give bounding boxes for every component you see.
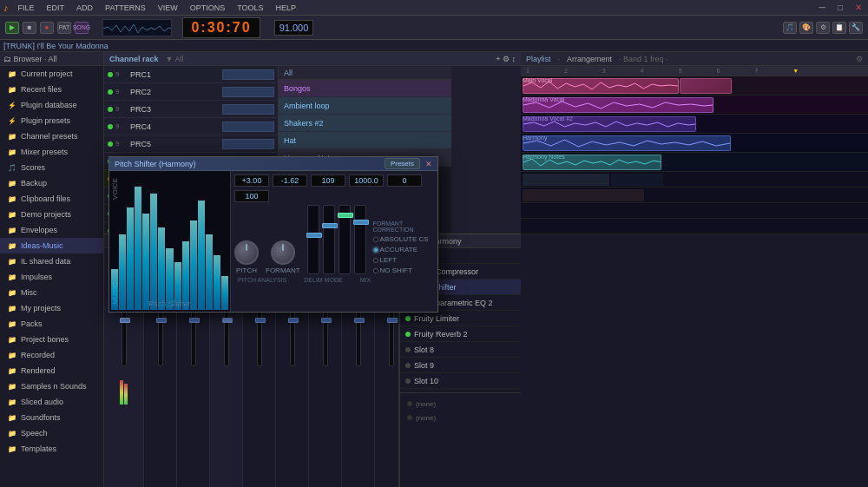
main-vocal-fader[interactable] — [189, 318, 200, 323]
ambient-fader[interactable] — [354, 318, 365, 323]
left-option[interactable]: LEFT — [373, 256, 434, 264]
formant-knob[interactable] — [271, 240, 295, 265]
sidebar-item-current-project[interactable]: 📁 Current project — [0, 66, 103, 82]
pitch-slider[interactable] — [307, 205, 319, 274]
instrument-hat[interactable]: Hat — [279, 132, 451, 149]
rack-add-btn[interactable]: + ⚙ ↕ — [496, 55, 516, 63]
bounce-fader[interactable] — [387, 318, 398, 323]
fx-slot-10[interactable]: Slot 10 — [400, 373, 521, 389]
track-fader[interactable] — [321, 318, 332, 323]
channel-row-prc3[interactable]: 9 PRC3 — [104, 101, 278, 118]
tool-icon-5[interactable]: 🔧 — [849, 22, 863, 34]
playlist-track-extra1[interactable] — [521, 172, 868, 188]
sidebar-item-packs[interactable]: 📁 Packs — [0, 316, 103, 332]
mix-slider[interactable] — [354, 205, 366, 274]
sidebar-item-mixer-presets[interactable]: 📁 Mixer presets — [0, 144, 103, 160]
sidebar-item-rendered[interactable]: 📁 Rendered — [0, 363, 103, 378]
sidebar-item-backup[interactable]: 📁 Backup — [0, 175, 103, 191]
channel-row-bongos[interactable]: 9 PRC1 — [104, 66, 278, 83]
tool-icon-2[interactable]: 🎨 — [799, 22, 813, 34]
window-maximize[interactable]: □ — [835, 3, 845, 12]
playlist-track-madonna-vocal2[interactable]: Madonna Vocal #2 — [521, 115, 868, 134]
sidebar-item-templates[interactable]: 📁 Templates — [0, 441, 103, 457]
delim-slider-handle[interactable] — [322, 223, 338, 228]
sidebar-item-plugin-database[interactable]: ⚡ Plugin database — [0, 97, 103, 113]
sidebar-item-project-bones[interactable]: 📁 Project bones — [0, 332, 103, 347]
vocal-reverb-fader[interactable] — [288, 318, 299, 323]
window-minimize[interactable]: ─ — [817, 3, 828, 12]
menu-patterns[interactable]: PATTERNS — [102, 3, 148, 12]
playlist-track-extra4[interactable] — [521, 219, 868, 234]
playlist-track-extra2[interactable] — [521, 188, 868, 203]
instrument-ambient[interactable]: Ambient loop — [279, 97, 451, 115]
clip-harmony[interactable] — [523, 135, 731, 151]
song-button[interactable]: SONG — [75, 22, 89, 34]
stop-button[interactable]: ■ — [23, 22, 36, 34]
tool-icon-1[interactable]: 🎵 — [783, 22, 797, 34]
plugin-close[interactable]: ✕ — [425, 160, 432, 168]
sidebar-item-clipboard[interactable]: 📁 Clipboard files — [0, 191, 103, 207]
playlist-track-extra3[interactable] — [521, 203, 868, 219]
menu-file[interactable]: FILE — [16, 3, 37, 12]
playlist-track-harmony-notes[interactable]: Harmony Notes — [521, 153, 868, 172]
presets-button[interactable]: Presets — [385, 158, 420, 169]
menu-options[interactable]: OPTIONS — [187, 3, 228, 12]
mix-slider-handle[interactable] — [353, 220, 369, 225]
playlist-track-madonna-vocal[interactable]: Madonna Vocal — [521, 95, 868, 115]
sidebar-item-plugin-presets[interactable]: ⚡ Plugin presets — [0, 113, 103, 128]
bpm-display[interactable]: 91.000 — [274, 20, 313, 36]
pitch-value-display[interactable]: +3.00 — [234, 174, 269, 187]
sidebar-item-recorded[interactable]: 📁 Recorded — [0, 347, 103, 363]
fx-slot-reverb2[interactable]: Fruity Reverb 2 — [400, 326, 521, 342]
instrument-shakers[interactable]: Shakers #2 — [279, 115, 451, 132]
master-fader[interactable] — [120, 318, 130, 323]
sidebar-item-il-shared[interactable]: 📁 IL shared data — [0, 253, 103, 269]
sidebar-item-recent-files[interactable]: 📁 Recent files — [0, 82, 103, 97]
sidebar-item-channel-presets[interactable]: 📁 Channel presets — [0, 128, 103, 144]
sidebar-item-speech[interactable]: 📁 Speech — [0, 425, 103, 441]
menu-tools[interactable]: TOOLS — [234, 3, 266, 12]
sidebar-item-sliced[interactable]: 📁 Sliced audio — [0, 394, 103, 410]
sidebar-item-impulses[interactable]: 📁 Impulses — [0, 269, 103, 285]
knob3-value-display[interactable]: 0 — [387, 174, 422, 187]
window-close[interactable]: ✕ — [852, 3, 865, 12]
channel-row-prc2[interactable]: 9 PRC2 — [104, 83, 278, 101]
menu-edit[interactable]: EDIT — [44, 3, 68, 12]
record-button[interactable]: ● — [40, 22, 54, 34]
sidebar-item-demo[interactable]: 📁 Demo projects — [0, 207, 103, 222]
playlist-track-harmony[interactable]: Harmony — [521, 134, 868, 153]
tool-icon-3[interactable]: ⚙ — [816, 22, 830, 34]
knob1-value-display[interactable]: 109 — [311, 174, 345, 187]
delim-slider[interactable] — [323, 205, 335, 274]
menu-help[interactable]: HELP — [273, 3, 299, 12]
channel-row-prc4[interactable]: 9 PRC4 — [104, 118, 278, 135]
tool-icon-4[interactable]: 📋 — [832, 22, 846, 34]
feedback-slider-handle[interactable] — [338, 213, 353, 218]
sidebar-item-soundfonts[interactable]: 📁 Soundfonts — [0, 410, 103, 425]
pitch-knob[interactable] — [234, 240, 259, 265]
absolute-cs-option[interactable]: ABSOLUTE CS — [373, 235, 434, 243]
vocal-delay-fader[interactable] — [255, 318, 266, 323]
harmony-fader[interactable] — [222, 318, 233, 323]
sidebar-item-samples[interactable]: 📁 Samples n Sounds — [0, 378, 103, 394]
pitch-slider-handle[interactable] — [306, 233, 322, 238]
fx-slot-limiter[interactable]: Fruity Limiter — [400, 311, 521, 326]
menu-view[interactable]: VIEW — [155, 3, 181, 12]
fx-slot-9[interactable]: Slot 9 — [400, 358, 521, 373]
menu-add[interactable]: ADD — [74, 3, 95, 12]
clip-main-vocal-2[interactable] — [680, 78, 732, 94]
sidebar-item-envelopes[interactable]: 📁 Envelopes — [0, 222, 103, 238]
knob2-value-display[interactable]: 1000.0 — [349, 174, 384, 187]
instrument-bongos[interactable]: Bongos — [279, 80, 451, 97]
no-shift-option[interactable]: NO SHIFT — [373, 267, 434, 274]
playlist-track-main-vocal[interactable]: Main Vocal — [521, 76, 868, 95]
play-button[interactable]: ▶ — [5, 22, 19, 34]
knob4-value-display[interactable]: 100 — [234, 190, 269, 202]
vox-fader[interactable] — [156, 318, 167, 323]
channel-row-prc5[interactable]: 9 PRC5 — [104, 135, 278, 153]
pat-button[interactable]: PAT — [57, 22, 71, 34]
sidebar-item-my-projects[interactable]: 📁 My projects — [0, 300, 103, 316]
accurate-option[interactable]: ACCURATE — [373, 246, 434, 253]
feedback-slider[interactable] — [339, 205, 351, 274]
sidebar-item-misc[interactable]: 📁 Misc — [0, 285, 103, 300]
